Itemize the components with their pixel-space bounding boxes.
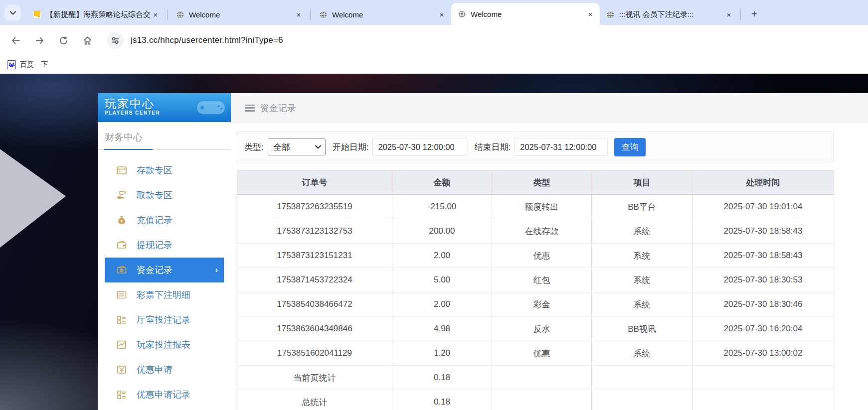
browser-tab-1[interactable]: 【新提醒】海燕策略论坛综合交×: [26, 4, 165, 25]
sidebar-item-label: 厅室投注记录: [137, 314, 190, 326]
sidebar-item-label: 充值记录: [137, 214, 173, 226]
reload-button[interactable]: [55, 32, 72, 49]
sidebar-item-6[interactable]: 彩票下注明细: [98, 282, 231, 307]
chevron-down-icon: [9, 9, 16, 16]
gamepad-icon: [195, 96, 227, 120]
table-row: 17538636043498464.98反水BB视讯2025-07-30 16:…: [237, 317, 834, 341]
globe-icon: [606, 10, 615, 19]
table-cell: 优惠: [492, 341, 592, 366]
address-bar[interactable]: js13.cc/hhcp/usercenter.html?iniType=6: [131, 35, 283, 45]
table-column-header: 订单号: [237, 171, 392, 195]
sidebar-item-2[interactable]: 取款专区: [98, 183, 231, 208]
new-tab-button[interactable]: +: [747, 6, 762, 21]
browser-tab-5[interactable]: :::视讯 会员下注纪录:::×: [600, 4, 738, 25]
tab-title: Welcome: [189, 10, 294, 19]
chevron-right-icon: ›: [215, 266, 218, 274]
tab-title: Welcome: [471, 10, 586, 18]
table-cell: 红包: [492, 268, 592, 292]
start-date-input[interactable]: [372, 138, 467, 156]
table-row: 17538540384664722.00彩金系统2025-07-30 18:30…: [237, 292, 834, 317]
home-button[interactable]: [79, 32, 96, 49]
table-cell: 在线存款: [492, 219, 592, 244]
sidebar-item-label: 优惠申请: [137, 364, 173, 376]
browser-tab-2[interactable]: Welcome×: [170, 4, 308, 25]
table-row: 当前页统计0.18: [237, 366, 834, 390]
table-cell: [492, 366, 592, 390]
home-icon: [82, 35, 93, 46]
table-cell: [592, 390, 693, 410]
sidebar-item-3[interactable]: ¥充值记录: [98, 208, 231, 233]
table-cell: 1753873123151231: [237, 244, 392, 268]
type-select[interactable]: 全部: [268, 138, 326, 155]
start-date-label: 开始日期:: [333, 141, 369, 153]
sidebar-divider: [98, 149, 231, 150]
globe-icon: [175, 10, 184, 19]
table-column-header: 金额: [392, 171, 492, 195]
tab-strip: 【新提醒】海燕策略论坛综合交×Welcome×Welcome×Welcome×:…: [0, 0, 868, 25]
site-info-button[interactable]: [107, 32, 124, 49]
bookmarks-bar: 百度一下: [0, 56, 868, 74]
table-header-row: 订单号金额类型项目处理时间: [237, 171, 834, 195]
back-button[interactable]: [7, 32, 24, 49]
menu-toggle-icon[interactable]: [245, 105, 255, 112]
tab-close-icon[interactable]: ×: [586, 9, 595, 18]
deposit-card-icon: [116, 165, 127, 176]
table-cell: 0.18: [392, 390, 492, 410]
tab-separator: [740, 9, 741, 20]
browser-tab-3[interactable]: Welcome×: [313, 4, 451, 25]
tab-title: :::视讯 会员下注纪录:::: [619, 10, 724, 19]
table-row: 1753873263235519-215.00额度转出BB平台2025-07-3…: [237, 195, 834, 219]
table-row: 17538731231512312.00优惠系统2025-07-30 18:58…: [237, 244, 834, 268]
sidebar-item-9[interactable]: 优惠申请: [98, 357, 231, 382]
bookmark-label: 百度一下: [20, 60, 48, 69]
browser-window: 【新提醒】海燕策略论坛综合交×Welcome×Welcome×Welcome×:…: [0, 0, 868, 410]
tab-separator: [167, 9, 168, 20]
filter-bar: 类型: 全部 开始日期: 结束日期: 查询: [237, 132, 834, 162]
table-cell: [693, 366, 834, 390]
sidebar-item-label: 提现记录: [137, 239, 173, 251]
bookmark-baidu[interactable]: 百度一下: [7, 60, 48, 69]
table-cell: 2025-07-30 18:58:43: [693, 244, 834, 268]
table-cell: 系统: [592, 292, 693, 317]
browser-tab-4[interactable]: Welcome×: [451, 3, 600, 25]
table-cell: 1753863604349846: [237, 317, 392, 341]
table-cell: BB视讯: [592, 317, 693, 341]
tab-close-icon[interactable]: ×: [437, 10, 446, 19]
tab-search-button[interactable]: [4, 4, 21, 21]
table-row: 总统计0.18: [237, 390, 834, 410]
tab-close-icon[interactable]: ×: [724, 10, 733, 19]
sidebar-item-1[interactable]: 存款专区: [98, 158, 231, 183]
table-cell: 5.00: [392, 268, 492, 292]
type-label: 类型:: [244, 141, 264, 153]
tab-close-icon[interactable]: ×: [151, 10, 160, 19]
table-cell: 2.00: [392, 292, 492, 317]
sidebar-item-label: 存款专区: [137, 164, 173, 176]
list-icon: [116, 289, 127, 300]
sidebar-item-5[interactable]: ¥资金记录›: [105, 258, 224, 282]
sidebar-menu: 存款专区取款专区¥充值记录提现记录¥资金记录›彩票下注明细厅室投注记录玩家投注报…: [98, 158, 231, 407]
table-cell: 优惠: [492, 244, 592, 268]
end-date-input[interactable]: [515, 138, 608, 156]
main-content-panel: 资金记录 类型: 全部 开始日期: 结束日期: 查询 订单号金额类型项目处理时间…: [231, 93, 868, 410]
sidebar-item-label: 优惠申请记录: [137, 389, 190, 401]
table-cell: 1753873123132753: [237, 219, 392, 244]
withdraw-hand-icon: [116, 190, 127, 201]
sidebar-item-8[interactable]: 玩家投注报表: [98, 332, 231, 357]
table-cell: 1.20: [392, 341, 492, 366]
query-button[interactable]: 查询: [614, 138, 646, 156]
table-cell: 系统: [592, 244, 693, 268]
forward-button[interactable]: [31, 32, 48, 49]
money-bag-icon: ¥: [116, 215, 127, 226]
back-arrow-icon: [10, 35, 21, 46]
end-date-label: 结束日期:: [474, 141, 511, 153]
table-cell: 系统: [592, 341, 693, 366]
sidebar-item-4[interactable]: 提现记录: [98, 233, 231, 258]
sidebar-item-7[interactable]: 厅室投注记录: [98, 307, 231, 332]
globe-icon: [457, 9, 466, 18]
table-cell: 2025-07-30 13:00:02: [693, 341, 834, 366]
sidebar-item-10[interactable]: 优惠申请记录: [98, 382, 231, 407]
sidebar-item-label: 资金记录: [137, 264, 173, 276]
table-cell: 2.00: [392, 244, 492, 268]
table-cell: [693, 390, 834, 410]
tab-close-icon[interactable]: ×: [294, 10, 303, 19]
